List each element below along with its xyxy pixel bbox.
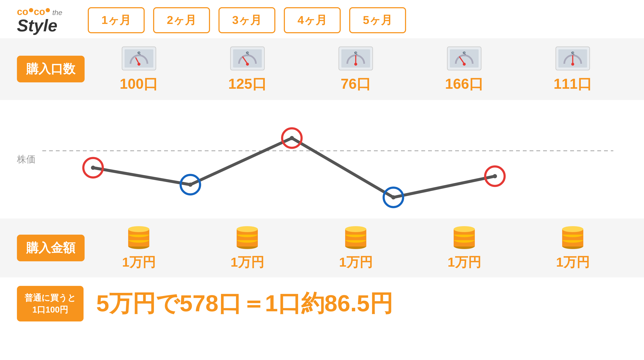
certificate-icon-3: $ (337, 45, 375, 72)
svg-point-16 (354, 63, 357, 66)
kounyu-items: $ 100口 $ 125口 $ (84, 45, 627, 94)
logo-co2: co (34, 6, 45, 17)
coin-icon-5 (558, 225, 588, 250)
summary-main: 5万円で578口＝1口約86.5円 (96, 288, 393, 319)
certificate-icon-5: $ (554, 45, 592, 72)
section-kounyu: 購入口数 $ 100口 $ 125 (0, 38, 644, 100)
svg-point-44 (128, 226, 149, 232)
svg-point-26 (571, 63, 574, 66)
month-btn-1[interactable]: 1ヶ月 (88, 7, 145, 33)
logo: co co the Style (17, 6, 62, 34)
kounyu-value-2: 125口 (228, 74, 266, 94)
svg-point-11 (246, 63, 249, 66)
summary-bar: 普通に買うと 1口100円 5万円で578口＝1口約86.5円 (0, 277, 644, 330)
kounyu-item-3: $ 76口 (337, 45, 375, 94)
kingaku-value-1: 1万円 (122, 253, 156, 271)
kingaku-value-3: 1万円 (339, 253, 372, 271)
kounyu-item-2: $ 125口 (228, 45, 266, 94)
svg-point-51 (237, 226, 258, 232)
svg-point-37 (493, 174, 497, 178)
kounyu-value-3: 76口 (341, 74, 371, 94)
certificate-icon-2: $ (228, 45, 266, 72)
svg-point-21 (463, 63, 466, 66)
kingaku-label: 購入金額 (17, 235, 84, 261)
kounyu-item-5: $ 111口 (554, 45, 592, 94)
month-btn-3[interactable]: 3ヶ月 (218, 7, 275, 33)
certificate-icon-4: $ (445, 45, 483, 72)
summary-note: 普通に買うと 1口100円 (17, 286, 84, 321)
kounyu-item-4: $ 166口 (445, 45, 483, 94)
top-bar: co co the Style 1ヶ月 2ヶ月 3ヶ月 4ヶ月 5ヶ月 (0, 0, 644, 38)
kounyu-label: 購入口数 (17, 56, 84, 82)
svg-point-0 (29, 8, 33, 12)
svg-point-65 (454, 226, 475, 232)
chart-section: 株価 (0, 100, 644, 219)
section-kingaku: 購入金額 1万円 (0, 219, 644, 277)
kounyu-value-4: 166口 (445, 74, 483, 94)
svg-point-1 (46, 8, 50, 12)
kingaku-item-3: 1万円 (339, 225, 372, 271)
svg-point-72 (562, 226, 583, 232)
summary-note-line2: 1口100円 (32, 305, 68, 314)
month-btn-2[interactable]: 2ヶ月 (153, 7, 210, 33)
logo-circle-2 (46, 8, 50, 13)
month-btn-5[interactable]: 5ヶ月 (349, 7, 406, 33)
coin-icon-1 (124, 225, 154, 250)
svg-point-58 (345, 226, 366, 232)
kingaku-item-2: 1万円 (230, 225, 264, 271)
logo-the: the (52, 9, 62, 17)
month-btn-4[interactable]: 4ヶ月 (284, 7, 341, 33)
summary-note-line1: 普通に買うと (24, 293, 76, 302)
kounyu-value-1: 100口 (120, 74, 158, 94)
kingaku-items: 1万円 1万円 1万円 (84, 225, 627, 271)
svg-point-33 (290, 136, 294, 140)
kingaku-item-5: 1万円 (556, 225, 590, 271)
kingaku-item-4: 1万円 (448, 225, 481, 271)
kounyu-value-5: 111口 (554, 74, 592, 94)
logo-circle-1 (29, 8, 34, 13)
certificate-icon-1: $ (120, 45, 158, 72)
logo-coco-text: co (17, 6, 28, 17)
coin-icon-3 (341, 225, 370, 250)
svg-point-29 (91, 165, 95, 170)
kingaku-value-2: 1万円 (230, 253, 264, 271)
logo-style: Style (17, 17, 57, 34)
coin-icon-4 (450, 225, 479, 250)
chart-svg (0, 100, 644, 219)
coin-icon-2 (232, 225, 262, 250)
svg-point-35 (391, 195, 396, 200)
month-buttons: 1ヶ月 2ヶ月 3ヶ月 4ヶ月 5ヶ月 (88, 7, 406, 33)
kingaku-value-5: 1万円 (556, 253, 590, 271)
svg-point-31 (188, 183, 192, 187)
svg-point-6 (138, 63, 140, 66)
kounyu-item-1: $ 100口 (120, 45, 158, 94)
kingaku-item-1: 1万円 (122, 225, 156, 271)
kingaku-value-4: 1万円 (448, 253, 481, 271)
